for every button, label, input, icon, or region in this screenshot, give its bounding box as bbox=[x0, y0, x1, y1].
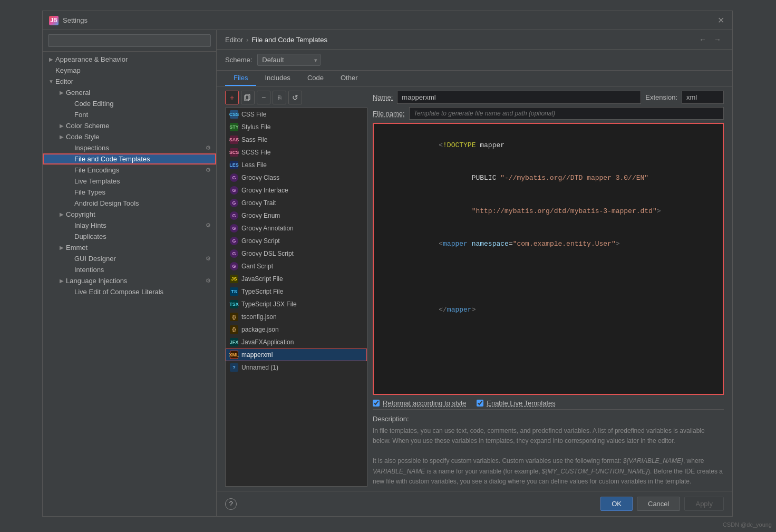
scheme-select[interactable]: Default Project bbox=[257, 54, 321, 66]
file-type-icon: G bbox=[230, 224, 238, 233]
file-type-icon: ? bbox=[230, 363, 238, 372]
sidebar-item-editor[interactable]: ▼ Editor bbox=[43, 76, 216, 87]
file-type-icon: SAS bbox=[230, 136, 238, 144]
sidebar-item-file-code-templates[interactable]: File and Code Templates bbox=[43, 153, 216, 165]
sidebar-item-label: File Encodings bbox=[74, 166, 203, 174]
list-item[interactable]: TS TypeScript File bbox=[226, 285, 367, 298]
list-item[interactable]: G Groovy Annotation bbox=[226, 222, 367, 235]
nav-forward-button[interactable]: → bbox=[711, 34, 724, 45]
code-editor[interactable]: <!DOCTYPE mapper PUBLIC "-//mybatis.org/… bbox=[373, 123, 724, 395]
template-panel: Name: Extension: File name: <!DOCTYPE ma… bbox=[373, 91, 724, 487]
file-item-label: tsconfig.json bbox=[241, 313, 277, 321]
list-item[interactable]: G Groovy Trait bbox=[226, 197, 367, 209]
cancel-button[interactable]: Cancel bbox=[637, 497, 680, 511]
right-panel: Editor › File and Code Templates ← → Sch… bbox=[217, 30, 732, 516]
settings-badge: ⚙ bbox=[206, 144, 211, 151]
list-item[interactable]: {} tsconfig.json bbox=[226, 311, 367, 323]
reformat-checkbox[interactable] bbox=[373, 400, 380, 407]
filename-input[interactable] bbox=[409, 107, 724, 120]
sidebar-item-font[interactable]: Font bbox=[43, 109, 216, 120]
list-item[interactable]: SAS Sass File bbox=[226, 133, 367, 146]
sidebar-item-file-types[interactable]: File Types bbox=[43, 187, 216, 198]
file-type-icon: {} bbox=[230, 325, 238, 334]
close-button[interactable]: ✕ bbox=[715, 15, 726, 26]
list-item[interactable]: CSS CSS File bbox=[226, 108, 367, 121]
sidebar-item-gui-designer[interactable]: GUI Designer ⚙ bbox=[43, 253, 216, 264]
name-input[interactable] bbox=[397, 91, 641, 104]
code-line: <!DOCTYPE mapper bbox=[381, 129, 715, 162]
list-item[interactable]: JS JavaScript File bbox=[226, 273, 367, 285]
list-item[interactable]: G Groovy DSL Script bbox=[226, 247, 367, 260]
code-line bbox=[381, 272, 715, 283]
sidebar-item-keymap[interactable]: Keymap bbox=[43, 65, 216, 76]
list-item[interactable]: LES Less File bbox=[226, 159, 367, 171]
copy-template-button[interactable] bbox=[241, 91, 255, 104]
sidebar-item-duplicates[interactable]: Duplicates bbox=[43, 231, 216, 242]
sidebar-item-language-injections[interactable]: ▶ Language Injections ⚙ bbox=[43, 275, 216, 286]
sidebar-item-live-edit[interactable]: Live Edit of Compose Literals bbox=[43, 286, 216, 297]
list-item-mapperxml[interactable]: XML mapperxml bbox=[226, 349, 367, 361]
tab-code[interactable]: Code bbox=[299, 71, 332, 86]
reset-template-button[interactable]: ↺ bbox=[288, 91, 302, 104]
list-item[interactable]: {} package.json bbox=[226, 323, 367, 336]
duplicate-template-button[interactable]: ⎘ bbox=[273, 91, 286, 104]
sidebar-item-appearance[interactable]: ▶ Appearance & Behavior bbox=[43, 54, 216, 65]
apply-button[interactable]: Apply bbox=[684, 497, 724, 511]
sidebar-item-inspections[interactable]: Inspections ⚙ bbox=[43, 142, 216, 153]
list-item[interactable]: JFX JavaFXApplication bbox=[226, 336, 367, 349]
remove-template-button[interactable]: − bbox=[257, 91, 270, 104]
sidebar-item-label: File and Code Templates bbox=[74, 155, 211, 163]
list-item[interactable]: G Groovy Enum bbox=[226, 209, 367, 222]
list-item[interactable]: TSX TypeScript JSX File bbox=[226, 298, 367, 311]
file-item-label: package.json bbox=[241, 326, 279, 333]
nav-back-button[interactable]: ← bbox=[696, 34, 709, 45]
sidebar-item-live-templates[interactable]: Live Templates bbox=[43, 176, 216, 187]
sidebar-item-color-scheme[interactable]: ▶ Color Scheme bbox=[43, 120, 216, 131]
list-item[interactable]: SCS SCSS File bbox=[226, 146, 367, 159]
sidebar-item-label: Appearance & Behavior bbox=[55, 55, 211, 63]
sidebar-item-code-editing[interactable]: Code Editing bbox=[43, 98, 216, 109]
reformat-label: Reformat according to style bbox=[383, 399, 466, 407]
tab-includes[interactable]: Includes bbox=[256, 71, 298, 86]
file-item-label: Sass File bbox=[241, 136, 267, 143]
list-item[interactable]: G Groovy Interface bbox=[226, 184, 367, 197]
file-item-label: mapperxml bbox=[241, 351, 273, 359]
sidebar-item-emmet[interactable]: ▶ Emmet bbox=[43, 242, 216, 253]
settings-badge: ⚙ bbox=[206, 277, 211, 284]
ok-button[interactable]: OK bbox=[600, 497, 633, 511]
breadcrumb: Editor › File and Code Templates ← → bbox=[217, 30, 732, 50]
scheme-label: Scheme: bbox=[225, 56, 252, 64]
sidebar-item-general[interactable]: ▶ General bbox=[43, 87, 216, 98]
list-item[interactable]: G Groovy Script bbox=[226, 235, 367, 247]
sidebar-item-code-style[interactable]: ▶ Code Style bbox=[43, 131, 216, 142]
list-item[interactable]: STY Stylus File bbox=[226, 121, 367, 133]
extension-input[interactable] bbox=[682, 91, 724, 104]
sidebar-item-android-design[interactable]: Android Design Tools bbox=[43, 198, 216, 209]
tab-files[interactable]: Files bbox=[225, 71, 256, 86]
file-item-label: Stylus File bbox=[241, 123, 270, 131]
live-templates-checkbox-label[interactable]: Enable Live Templates bbox=[477, 399, 556, 407]
file-item-label: Unnamed (1) bbox=[241, 364, 278, 371]
list-item[interactable]: G Gant Script bbox=[226, 260, 367, 273]
file-item-label: CSS File bbox=[241, 111, 266, 118]
reformat-checkbox-label[interactable]: Reformat according to style bbox=[373, 399, 466, 407]
sidebar-item-copyright[interactable]: ▶ Copyright bbox=[43, 209, 216, 220]
sidebar-item-file-encodings[interactable]: File Encodings ⚙ bbox=[43, 165, 216, 176]
sidebar-item-inlay-hints[interactable]: Inlay Hints ⚙ bbox=[43, 220, 216, 231]
list-item-unnamed[interactable]: ? Unnamed (1) bbox=[226, 361, 367, 374]
sidebar-item-intentions[interactable]: Intentions bbox=[43, 264, 216, 275]
file-type-icon: LES bbox=[230, 161, 238, 169]
add-template-button[interactable]: + bbox=[225, 91, 239, 104]
help-button[interactable]: ? bbox=[225, 498, 237, 510]
sidebar-item-label: Intentions bbox=[74, 266, 211, 274]
expand-arrow: ▶ bbox=[57, 211, 66, 217]
expand-arrow: ▶ bbox=[57, 245, 66, 250]
live-templates-checkbox[interactable] bbox=[477, 400, 483, 407]
list-item[interactable]: G Groovy Class bbox=[226, 171, 367, 184]
tab-other[interactable]: Other bbox=[332, 71, 366, 86]
file-type-icon: JS bbox=[230, 275, 238, 283]
search-input[interactable] bbox=[48, 34, 211, 47]
options-row: Reformat according to style Enable Live … bbox=[373, 395, 724, 409]
sidebar-item-label: Live Edit of Compose Literals bbox=[74, 288, 211, 296]
description-title: Description: bbox=[373, 415, 724, 423]
